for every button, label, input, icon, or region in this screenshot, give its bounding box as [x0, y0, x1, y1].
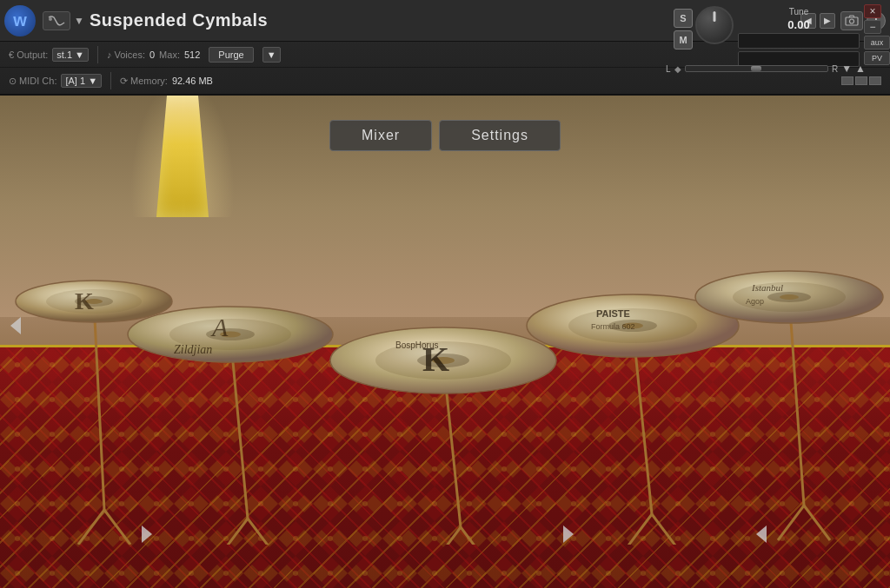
svg-line-25: [461, 527, 487, 545]
minus-button[interactable]: −: [864, 20, 881, 34]
tune-label: Tune: [738, 7, 860, 17]
main-area: Mixer Settings: [0, 96, 890, 588]
voices-label: ♪ Voices:: [107, 50, 145, 60]
purge-button[interactable]: Purge: [209, 47, 253, 63]
cymbal3-arrow-indicator: [563, 525, 574, 543]
cymbal2-arrow-indicator: [142, 525, 152, 543]
svg-text:K: K: [75, 287, 94, 314]
pv-button[interactable]: PV: [864, 51, 890, 65]
svg-text:Zildjian: Zildjian: [174, 343, 212, 356]
svg-text:BospHorus: BospHorus: [395, 340, 438, 350]
volume-down-button[interactable]: ▼: [841, 63, 852, 75]
svg-text:Formula 602: Formula 602: [591, 322, 635, 331]
pan-r-label: R: [832, 64, 838, 74]
solo-button[interactable]: S: [674, 9, 693, 28]
voices-group: ♪ Voices: 0 Max: 512: [107, 50, 200, 60]
pan-l-label: L: [666, 64, 671, 74]
voices-max-label: Max:: [159, 50, 180, 60]
volume-up-button[interactable]: ▲: [855, 63, 866, 75]
tune-value: 0.00: [738, 18, 860, 31]
svg-line-16: [248, 519, 274, 545]
svg-text:Agop: Agop: [746, 297, 764, 306]
pan-slider[interactable]: [685, 65, 828, 72]
svg-line-7: [78, 510, 104, 545]
svg-line-33: [626, 514, 652, 545]
svg-line-15: [222, 519, 248, 545]
svg-line-24: [435, 527, 461, 545]
tune-knob[interactable]: [695, 6, 734, 44]
memory-value: 92.46 MB: [172, 76, 213, 86]
midi-dropdown[interactable]: [A] 1 ▼: [61, 74, 102, 88]
voices-max-value: 512: [184, 50, 200, 60]
svg-text:Istanbul: Istanbul: [751, 282, 783, 293]
svg-line-43: [804, 505, 830, 540]
output-group: € Output: st.1 ▼: [9, 48, 89, 62]
dropdown-arrow[interactable]: ▼: [74, 15, 84, 27]
purge-dropdown[interactable]: ▼: [262, 47, 281, 63]
output-dropdown[interactable]: st.1 ▼: [52, 48, 89, 62]
memory-label: ⟳ Memory:: [120, 76, 168, 87]
output-label: € Output:: [9, 50, 48, 60]
cymbals-scene: K A Zildjian K: [0, 128, 890, 545]
level-bar-2: [855, 76, 867, 85]
display-bar-1: [738, 33, 860, 49]
level-bar-3: [869, 76, 881, 85]
aux-button[interactable]: aux: [864, 36, 890, 50]
midi-group: ⊙ MIDI Ch: [A] 1 ▼: [9, 74, 102, 88]
pan-center-marker: ◆: [674, 64, 681, 74]
svg-line-34: [652, 514, 678, 545]
instrument-title: Suspended Cymbals: [90, 10, 268, 30]
voices-value: 0: [149, 50, 155, 60]
close-button[interactable]: ×: [864, 4, 881, 18]
w-logo: w: [4, 5, 36, 36]
svg-text:A: A: [210, 313, 229, 341]
right-arrow-indicator: [756, 525, 767, 543]
tool-icon: [43, 11, 70, 30]
midi-label: ⊙ MIDI Ch:: [9, 76, 56, 87]
svg-point-47: [780, 294, 799, 300]
svg-line-42: [778, 505, 804, 540]
level-bars: [841, 76, 881, 85]
svg-text:PAISTE: PAISTE: [596, 308, 630, 319]
svg-line-8: [104, 510, 130, 545]
left-arrow-indicator: [10, 317, 21, 334]
right-controls: S M Tune 0.00 ×: [674, 4, 890, 67]
mute-button[interactable]: M: [674, 30, 693, 50]
svg-line-6: [94, 301, 104, 510]
level-bar-1: [841, 76, 853, 85]
svg-point-0: [49, 17, 52, 21]
svg-line-41: [789, 297, 804, 505]
memory-group: ⟳ Memory: 92.46 MB: [120, 76, 213, 87]
